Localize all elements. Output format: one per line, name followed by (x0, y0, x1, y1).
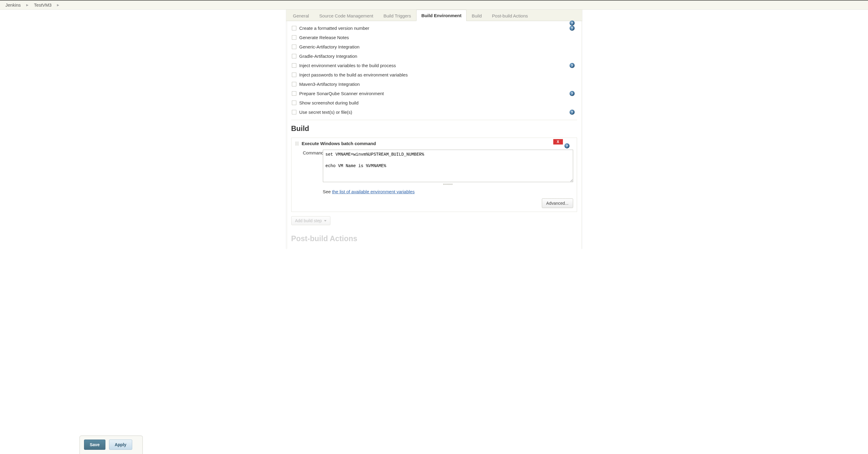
section-header-build: Build (291, 124, 577, 133)
checkbox-label[interactable]: Prepare SonarQube Scanner environment (299, 91, 384, 96)
chevron-down-icon (324, 220, 327, 222)
checkbox-gradle-artifactory[interactable] (292, 54, 297, 58)
tab-build-triggers[interactable]: Build Triggers (378, 10, 416, 21)
checkbox-label[interactable]: Inject environment variables to the buil… (299, 63, 396, 68)
checkbox-row: Prepare SonarQube Scanner environment ? (291, 89, 577, 98)
command-textarea[interactable] (323, 150, 573, 182)
delete-step-button[interactable]: X (553, 139, 563, 144)
checkbox-label[interactable]: Create a formatted version number (299, 26, 370, 31)
checkbox-label[interactable]: Generate Release Notes (299, 35, 349, 40)
checkbox-inject-env[interactable] (292, 63, 297, 68)
breadcrumb-item-jenkins[interactable]: Jenkins (5, 2, 21, 7)
checkbox-label[interactable]: Show screenshot during build (299, 100, 359, 105)
checkbox-row: Inject passwords to the build as environ… (291, 70, 577, 79)
section-header-postbuild: Post-build Actions (291, 234, 577, 243)
checkbox-row: Generic-Artifactory Integration (291, 42, 577, 52)
build-step-title: Execute Windows batch command (302, 141, 376, 146)
checkbox-row: Maven3-Artifactory Integration (291, 79, 577, 89)
checkbox-row: Inject environment variables to the buil… (291, 61, 577, 70)
tab-build-environment[interactable]: Build Environment (416, 10, 467, 21)
checkbox-label[interactable]: Use secret text(s) or file(s) (299, 109, 352, 115)
breadcrumb: Jenkins ▶ TestVM3 ▶ (0, 0, 868, 10)
checkbox-row: Use secret text(s) or file(s) ? (291, 107, 577, 117)
env-vars-link[interactable]: the list of available environment variab… (332, 189, 414, 194)
help-icon[interactable]: ? (564, 143, 569, 149)
help-icon[interactable]: ? (569, 26, 575, 31)
chevron-right-icon: ▶ (26, 3, 29, 7)
checkbox-use-secret[interactable] (292, 110, 297, 115)
checkbox-row: Generate Release Notes (291, 33, 577, 42)
help-icon[interactable]: ? (569, 63, 575, 68)
checkbox-maven3-artifactory[interactable] (292, 82, 297, 87)
help-icon[interactable]: ? (569, 91, 575, 96)
checkbox-sonarqube[interactable] (292, 91, 297, 96)
checkbox-row: Show screenshot during build (291, 98, 577, 107)
drag-handle-icon[interactable] (295, 141, 299, 146)
hint-prefix: See (323, 189, 332, 194)
checkbox-release-notes[interactable] (292, 35, 297, 40)
checkbox-label[interactable]: Gradle-Artifactory Integration (299, 54, 358, 59)
add-build-step-label: Add build step (295, 218, 322, 223)
config-tabs: General Source Code Management Build Tri… (286, 10, 582, 21)
env-hint: See the list of available environment va… (323, 189, 573, 194)
checkbox-label[interactable]: Generic-Artifactory Integration (299, 44, 360, 50)
checkbox-inject-passwords[interactable] (292, 72, 297, 77)
divider (291, 120, 577, 120)
checkbox-formatted-version[interactable] (292, 26, 297, 30)
advanced-button[interactable]: Advanced... (542, 198, 573, 208)
checkbox-row: Gradle-Artifactory Integration (291, 52, 577, 61)
checkbox-generic-artifactory[interactable] (292, 44, 297, 49)
build-step: Execute Windows batch command X ? Comman… (291, 138, 577, 212)
tab-scm[interactable]: Source Code Management (314, 10, 378, 21)
tab-general[interactable]: General (288, 10, 314, 21)
checkbox-label[interactable]: Inject passwords to the build as environ… (299, 72, 408, 77)
tab-build[interactable]: Build (467, 10, 487, 21)
command-label: Command (295, 150, 319, 155)
chevron-right-icon: ▶ (57, 3, 59, 7)
help-icon[interactable]: ? (569, 109, 575, 115)
tab-post-build[interactable]: Post-build Actions (487, 10, 533, 21)
checkbox-screenshot[interactable] (292, 101, 297, 105)
checkbox-label[interactable]: Maven3-Artifactory Integration (299, 82, 360, 87)
checkbox-row: Create a formatted version number ? (291, 24, 577, 33)
resize-handle-icon[interactable] (443, 184, 453, 185)
breadcrumb-item-job[interactable]: TestVM3 (34, 2, 52, 7)
config-panel: General Source Code Management Build Tri… (286, 10, 583, 249)
add-build-step-button[interactable]: Add build step (291, 216, 331, 225)
